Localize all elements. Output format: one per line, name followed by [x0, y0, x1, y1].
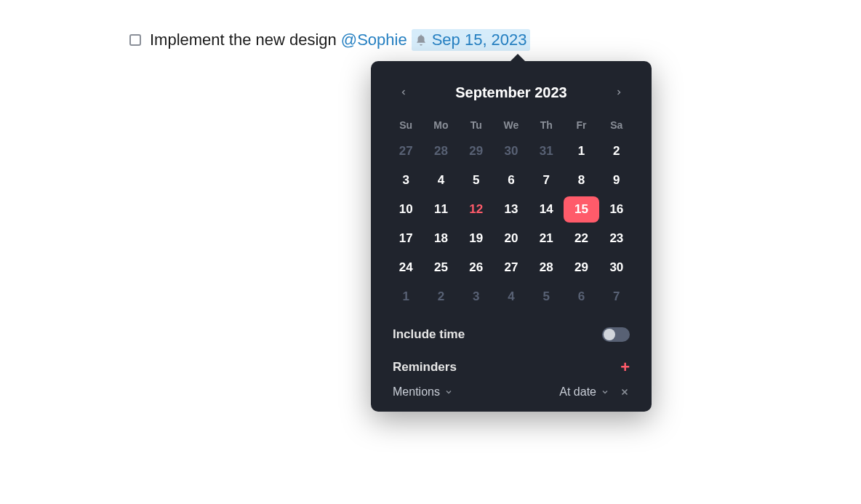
task-checkbox[interactable] — [129, 34, 141, 46]
calendar-day[interactable]: 9 — [599, 167, 634, 193]
weekday-row: SuMoTuWeThFrSa — [380, 111, 643, 135]
calendar-grid: 2728293031123456789101112131415161718192… — [380, 135, 643, 317]
weekday-label: Sa — [599, 119, 634, 131]
calendar-day[interactable]: 15 — [564, 196, 598, 223]
include-time-row: Include time — [380, 317, 643, 342]
close-icon — [620, 387, 630, 397]
task-row: Implement the new design @Sophie Sep 15,… — [129, 29, 530, 51]
calendar-header: September 2023 — [380, 71, 643, 111]
chevron-left-icon — [399, 88, 408, 97]
task-mention[interactable]: @Sophie — [341, 31, 407, 49]
remove-reminder-button[interactable] — [620, 387, 630, 397]
calendar-day[interactable]: 24 — [388, 255, 423, 281]
calendar-day[interactable]: 3 — [388, 167, 423, 193]
calendar-day[interactable]: 23 — [599, 225, 634, 252]
weekday-label: We — [494, 119, 529, 131]
calendar-day[interactable]: 7 — [529, 167, 564, 193]
calendar-day[interactable]: 2 — [423, 284, 458, 310]
calendar-day[interactable]: 5 — [459, 167, 494, 193]
calendar-day[interactable]: 4 — [494, 284, 529, 310]
weekday-label: Mo — [423, 119, 458, 131]
chevron-down-icon — [444, 388, 453, 396]
chevron-right-icon — [614, 88, 623, 97]
reminder-type-dropdown[interactable]: Mentions — [393, 385, 453, 399]
calendar-day[interactable]: 17 — [388, 225, 423, 252]
calendar-day[interactable]: 12 — [459, 196, 494, 223]
task-date-label: Sep 15, 2023 — [432, 31, 527, 49]
calendar-day[interactable]: 8 — [564, 167, 598, 193]
reminders-header-row: Reminders + — [380, 342, 643, 375]
calendar-day[interactable]: 25 — [423, 255, 458, 281]
calendar-day[interactable]: 2 — [599, 138, 634, 164]
reminder-timing-value: At date — [559, 385, 596, 399]
weekday-label: Su — [388, 119, 423, 131]
reminders-label: Reminders — [393, 360, 457, 375]
calendar-day[interactable]: 28 — [529, 255, 564, 281]
calendar-day[interactable]: 6 — [494, 167, 529, 193]
calendar-day[interactable]: 29 — [564, 255, 598, 281]
calendar-day[interactable]: 27 — [388, 138, 423, 164]
bell-icon — [415, 33, 428, 47]
calendar-day[interactable]: 21 — [529, 225, 564, 252]
prev-month-button[interactable] — [393, 81, 415, 103]
calendar-day[interactable]: 3 — [459, 284, 494, 310]
calendar-day[interactable]: 7 — [599, 284, 634, 310]
calendar-day[interactable]: 26 — [459, 255, 494, 281]
task-date-chip[interactable]: Sep 15, 2023 — [412, 29, 530, 51]
reminder-timing-dropdown[interactable]: At date — [559, 385, 609, 399]
calendar-day[interactable]: 19 — [459, 225, 494, 252]
calendar-day[interactable]: 30 — [494, 138, 529, 164]
reminder-type-value: Mentions — [393, 385, 440, 399]
calendar-day[interactable]: 18 — [423, 225, 458, 252]
calendar-day[interactable]: 29 — [459, 138, 494, 164]
calendar-day[interactable]: 14 — [529, 196, 564, 223]
weekday-label: Th — [529, 119, 564, 131]
date-picker-popover: September 2023 SuMoTuWeThFrSa 2728293031… — [371, 61, 652, 412]
calendar-day[interactable]: 10 — [388, 196, 423, 223]
include-time-toggle[interactable] — [602, 327, 630, 342]
calendar-day[interactable]: 27 — [494, 255, 529, 281]
reminder-right-group: At date — [559, 385, 630, 399]
calendar-day[interactable]: 5 — [529, 284, 564, 310]
calendar-day[interactable]: 31 — [529, 138, 564, 164]
weekday-label: Fr — [564, 119, 598, 131]
calendar-day[interactable]: 6 — [564, 284, 598, 310]
include-time-label: Include time — [393, 327, 465, 342]
calendar-day[interactable]: 4 — [423, 167, 458, 193]
weekday-label: Tu — [459, 119, 494, 131]
task-text: Implement the new design — [150, 31, 337, 49]
calendar-day[interactable]: 16 — [599, 196, 634, 223]
calendar-day[interactable]: 20 — [494, 225, 529, 252]
calendar-day[interactable]: 1 — [564, 138, 598, 164]
next-month-button[interactable] — [608, 81, 630, 103]
calendar-day[interactable]: 13 — [494, 196, 529, 223]
chevron-down-icon — [601, 388, 609, 396]
calendar-day[interactable]: 30 — [599, 255, 634, 281]
reminder-row: Mentions At date — [380, 375, 643, 399]
add-reminder-button[interactable]: + — [620, 359, 630, 375]
calendar-day[interactable]: 28 — [423, 138, 458, 164]
calendar-day[interactable]: 1 — [388, 284, 423, 310]
calendar-day[interactable]: 22 — [564, 225, 598, 252]
calendar-month-title: September 2023 — [455, 84, 566, 101]
calendar-day[interactable]: 11 — [423, 196, 458, 223]
